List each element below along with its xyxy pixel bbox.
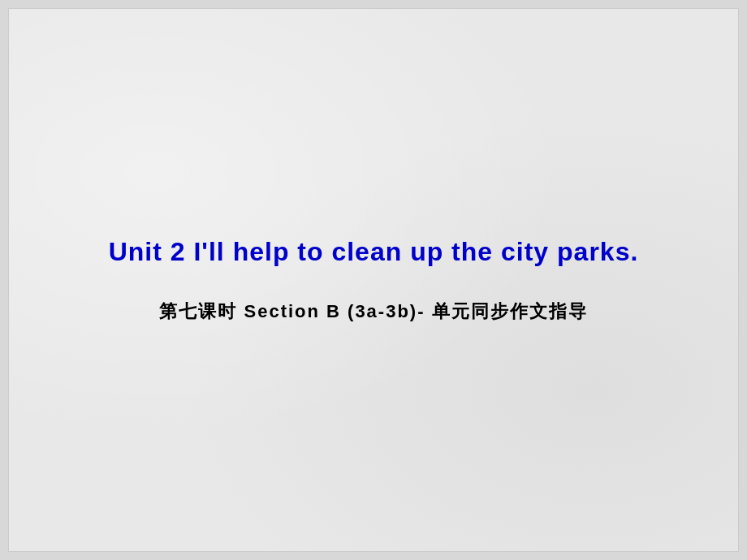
subtitle-chinese-part2: 单元同步作文指导 — [432, 301, 588, 321]
subtitle-chinese-part1: 第七课时 — [159, 301, 237, 321]
slide-container: Unit 2 I'll help to clean up the city pa… — [8, 8, 739, 552]
main-title: Unit 2 I'll help to clean up the city pa… — [109, 237, 639, 267]
subtitle: 第七课时 Section B (3a-3b)- 单元同步作文指导 — [159, 299, 587, 324]
subtitle-english-part: Section B (3a-3b)- — [244, 301, 425, 321]
